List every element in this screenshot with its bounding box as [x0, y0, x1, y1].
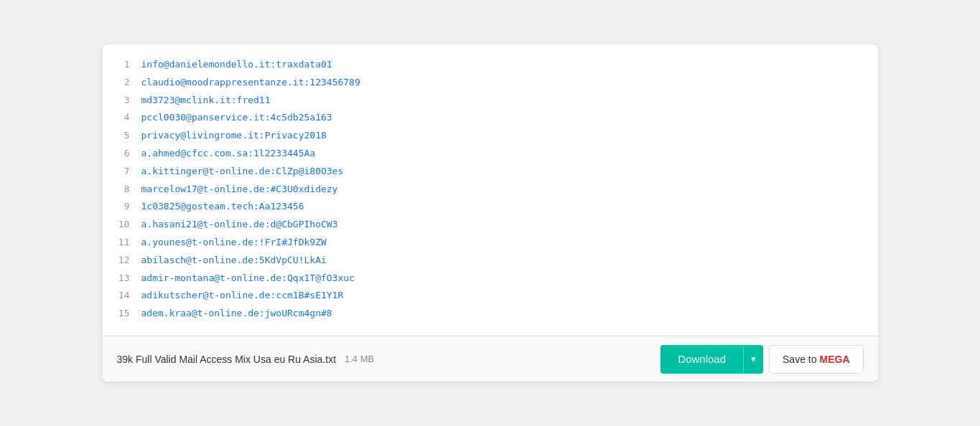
action-buttons: Download ▾ Save to MEGA	[661, 345, 863, 374]
line-number: 1	[108, 57, 130, 72]
save-to-label: Save to	[783, 354, 816, 365]
line-content: a.ahmed@cfcc.com.sa:1l2233445Aa	[141, 146, 316, 161]
line-content: admir-montana@t-online.de:Qqx1T@fO3xuc	[141, 271, 355, 286]
line-content: a.younes@t-online.de:!FrI#JfDk9ZW	[141, 235, 327, 250]
line-number: 2	[108, 75, 130, 90]
file-name: 39k Full Valid Mail Access Mix Usa eu Ru…	[117, 354, 337, 365]
file-size: 1.4 MB	[345, 354, 374, 364]
footer-bar: 39k Full Valid Mail Access Mix Usa eu Ru…	[103, 336, 878, 382]
mega-brand-label: MEGA	[820, 354, 850, 365]
line-content: claudio@moodrappresentanze.it:123456789	[141, 75, 360, 90]
line-content: a.kittinger@t-online.de:ClZp@i80O3es	[141, 164, 344, 179]
code-line: 7a.kittinger@t-online.de:ClZp@i80O3es	[103, 163, 878, 181]
code-area: 1info@danielemondello.it:traxdata012clau…	[103, 44, 878, 336]
code-line: 1info@danielemondello.it:traxdata01	[103, 56, 878, 74]
code-scroll[interactable]: 1info@danielemondello.it:traxdata012clau…	[103, 44, 878, 336]
line-number: 12	[108, 253, 130, 268]
code-line: 12abilasch@t-online.de:5KdVpCU!LkAi	[103, 252, 878, 270]
line-number: 5	[108, 128, 130, 143]
line-content: marcelow17@t-online.de:#C3U0xdidezy	[141, 182, 338, 197]
line-content: adem.kraa@t-online.de:jwoURcm4gn#8	[141, 306, 332, 321]
code-line: 2claudio@moodrappresentanze.it:123456789	[103, 74, 878, 92]
line-content: md3723@mclink.it:fred11	[141, 93, 271, 108]
code-line: 8marcelow17@t-online.de:#C3U0xdidezy	[103, 181, 878, 199]
line-number: 14	[108, 288, 130, 303]
code-line: 91c03825@gosteam.tech:Aa123456	[103, 198, 878, 216]
line-content: pccl0030@panservice.it:4c5db25a163	[141, 110, 332, 126]
line-content: abilasch@t-online.de:5KdVpCU!LkAi	[141, 253, 327, 268]
code-line: 14adikutscher@t-online.de:ccm1B#sE1Y1R	[103, 287, 878, 305]
code-line: 15adem.kraa@t-online.de:jwoURcm4gn#8	[103, 305, 878, 323]
line-number: 10	[108, 217, 130, 232]
line-number: 15	[108, 306, 130, 321]
file-info: 39k Full Valid Mail Access Mix Usa eu Ru…	[117, 354, 375, 365]
line-content: 1c03825@gosteam.tech:Aa123456	[141, 199, 304, 214]
code-line: 4pccl0030@panservice.it:4c5db25a163	[103, 109, 878, 127]
save-mega-button[interactable]: Save to MEGA	[769, 345, 863, 374]
download-label: Download	[678, 353, 726, 365]
line-content: privacy@livingrome.it:Privacy2018	[141, 128, 327, 143]
line-number: 3	[108, 93, 130, 108]
code-line: 11a.younes@t-online.de:!FrI#JfDk9ZW	[103, 234, 878, 252]
line-number: 6	[108, 146, 130, 161]
code-line: 13admir-montana@t-online.de:Qqx1T@fO3xuc	[103, 270, 878, 288]
line-number: 4	[108, 110, 130, 126]
code-line: 6a.ahmed@cfcc.com.sa:1l2233445Aa	[103, 145, 878, 163]
line-number: 11	[108, 235, 130, 250]
line-number: 7	[108, 164, 130, 179]
line-number: 8	[108, 182, 130, 197]
download-button[interactable]: Download	[661, 345, 743, 374]
line-content: info@danielemondello.it:traxdata01	[141, 57, 332, 72]
line-number: 13	[108, 271, 130, 286]
line-number: 9	[108, 199, 130, 214]
code-line: 10a.hasani21@t-online.de:d@CbGPIhoCW3	[103, 216, 878, 234]
line-content: a.hasani21@t-online.de:d@CbGPIhoCW3	[141, 217, 338, 232]
code-line: 3md3723@mclink.it:fred11	[103, 92, 878, 110]
file-viewer: 1info@danielemondello.it:traxdata012clau…	[103, 44, 878, 382]
code-line: 5privacy@livingrome.it:Privacy2018	[103, 127, 878, 145]
chevron-down-icon: ▾	[751, 354, 756, 364]
line-content: adikutscher@t-online.de:ccm1B#sE1Y1R	[141, 288, 344, 303]
download-arrow-button[interactable]: ▾	[743, 345, 763, 374]
